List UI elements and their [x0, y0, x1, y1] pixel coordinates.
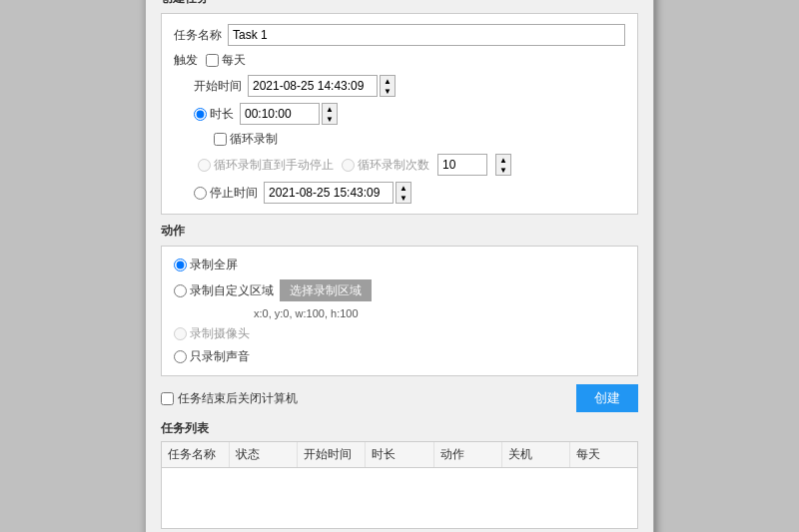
select-area-button[interactable]: 选择录制区域 [280, 279, 372, 301]
record-camera-radio-label[interactable]: 录制摄像头 [174, 325, 250, 342]
task-name-label: 任务名称 [174, 27, 222, 44]
every-day-checkbox[interactable] [206, 54, 219, 67]
record-audio-row: 只录制声音 [174, 348, 625, 365]
action-section-label: 动作 [161, 223, 638, 240]
record-fullscreen-radio[interactable] [174, 259, 187, 271]
stop-time-spinner: ▲ ▼ [396, 182, 411, 204]
loop-options-row: 循环录制直到手动停止 循环录制次数 ▲ ▼ [198, 154, 625, 176]
stop-time-label: 停止时间 [210, 185, 258, 202]
loop-count-radio[interactable] [342, 159, 355, 172]
loop-count-up[interactable]: ▲ [496, 155, 510, 165]
loop-text: 循环录制 [230, 131, 278, 148]
shutdown-check-label[interactable]: 任务结束后关闭计算机 [161, 390, 298, 407]
start-time-label: 开始时间 [194, 78, 242, 95]
stop-time-up[interactable]: ▲ [397, 183, 410, 193]
table-header: 任务名称 状态 开始时间 时长 动作 关机 每天 [162, 442, 637, 468]
coords-row: x:0, y:0, w:100, h:100 [174, 307, 625, 319]
coords-text: x:0, y:0, w:100, h:100 [254, 307, 359, 319]
duration-radio-label[interactable]: 时长 [194, 106, 234, 123]
record-audio-text: 只录制声音 [190, 348, 250, 365]
duration-row: 时长 ▲ ▼ [194, 103, 625, 125]
record-fullscreen-text: 录制全屏 [190, 257, 238, 273]
stop-time-down[interactable]: ▼ [397, 193, 410, 203]
create-button[interactable]: 创建 [576, 384, 638, 412]
create-task-section-label: 创建任务 [161, 0, 638, 7]
col-task-name: 任务名称 [162, 442, 230, 467]
duration-radio[interactable] [194, 108, 207, 121]
task-name-input[interactable] [228, 24, 625, 46]
record-camera-text: 录制摄像头 [190, 325, 250, 342]
col-shutdown: 关机 [502, 442, 570, 467]
record-audio-radio[interactable] [174, 350, 187, 363]
loop-count-text: 循环录制次数 [358, 157, 429, 174]
stop-time-wrap: ▲ ▼ [264, 182, 411, 204]
stop-time-radio[interactable] [194, 187, 207, 200]
record-fullscreen-row: 录制全屏 [174, 257, 625, 273]
col-duration: 时长 [366, 442, 433, 467]
record-camera-radio[interactable] [174, 327, 187, 340]
loop-until-stop-text: 循环录制直到手动停止 [214, 157, 334, 174]
main-dialog: Ai 计划任务 × 创建任务 任务名称 触发 每天 [145, 0, 654, 532]
record-custom-radio[interactable] [174, 284, 187, 297]
loop-count-label[interactable]: 循环录制次数 [342, 157, 429, 174]
duration-down[interactable]: ▼ [323, 114, 337, 124]
dialog-body: 创建任务 任务名称 触发 每天 开始时间 ▲ [146, 0, 653, 532]
action-panel: 录制全屏 录制自定义区域 选择录制区域 x:0, y:0, w:100, h:1… [161, 246, 638, 376]
stop-time-input[interactable] [264, 182, 394, 204]
col-status: 状态 [230, 442, 298, 467]
stop-time-row: 停止时间 ▲ ▼ [194, 182, 625, 204]
task-table: 任务名称 状态 开始时间 时长 动作 关机 每天 [161, 441, 638, 529]
record-fullscreen-radio-label[interactable]: 录制全屏 [174, 257, 238, 273]
loop-count-spinner: ▲ ▼ [495, 154, 511, 176]
bottom-row: 任务结束后关闭计算机 创建 [161, 384, 638, 412]
start-time-wrap: ▲ ▼ [248, 75, 396, 97]
start-time-up[interactable]: ▲ [381, 76, 395, 86]
start-time-down[interactable]: ▼ [381, 86, 395, 96]
record-custom-text: 录制自定义区域 [190, 282, 274, 299]
loop-until-stop-radio[interactable] [198, 159, 211, 172]
loop-checkbox[interactable] [214, 133, 227, 146]
start-time-row: 开始时间 ▲ ▼ [194, 75, 625, 97]
task-list-label: 任务列表 [161, 420, 638, 437]
loop-check-label[interactable]: 循环录制 [214, 131, 278, 148]
start-time-spinner: ▲ ▼ [380, 75, 396, 97]
loop-count-down[interactable]: ▼ [496, 165, 510, 175]
trigger-label: 触发 [174, 52, 198, 69]
table-body [162, 468, 637, 528]
start-time-input[interactable] [248, 75, 378, 97]
duration-wrap: ▲ ▼ [240, 103, 338, 125]
task-list-section: 任务列表 任务名称 状态 开始时间 时长 动作 关机 每天 [161, 420, 638, 529]
duration-up[interactable]: ▲ [323, 104, 337, 114]
every-day-text: 每天 [222, 52, 246, 69]
record-custom-radio-label[interactable]: 录制自定义区域 [174, 282, 274, 299]
loop-count-input[interactable] [437, 154, 487, 176]
create-task-panel: 任务名称 触发 每天 开始时间 ▲ ▼ [161, 13, 638, 215]
col-start-time: 开始时间 [298, 442, 366, 467]
task-name-row: 任务名称 [174, 24, 625, 46]
loop-check-row: 循环录制 [214, 131, 625, 148]
record-custom-row: 录制自定义区域 选择录制区域 [174, 279, 625, 301]
col-action: 动作 [434, 442, 502, 467]
stop-time-radio-label[interactable]: 停止时间 [194, 185, 258, 202]
duration-input[interactable] [240, 103, 320, 125]
every-day-check-label[interactable]: 每天 [206, 52, 246, 69]
duration-label: 时长 [210, 106, 234, 123]
duration-spinner: ▲ ▼ [322, 103, 338, 125]
trigger-row: 触发 每天 [174, 52, 625, 69]
loop-until-stop-label[interactable]: 循环录制直到手动停止 [198, 157, 334, 174]
col-everyday: 每天 [570, 442, 637, 467]
record-audio-radio-label[interactable]: 只录制声音 [174, 348, 250, 365]
shutdown-text: 任务结束后关闭计算机 [178, 390, 298, 407]
record-camera-row: 录制摄像头 [174, 325, 625, 342]
shutdown-checkbox[interactable] [161, 392, 174, 405]
